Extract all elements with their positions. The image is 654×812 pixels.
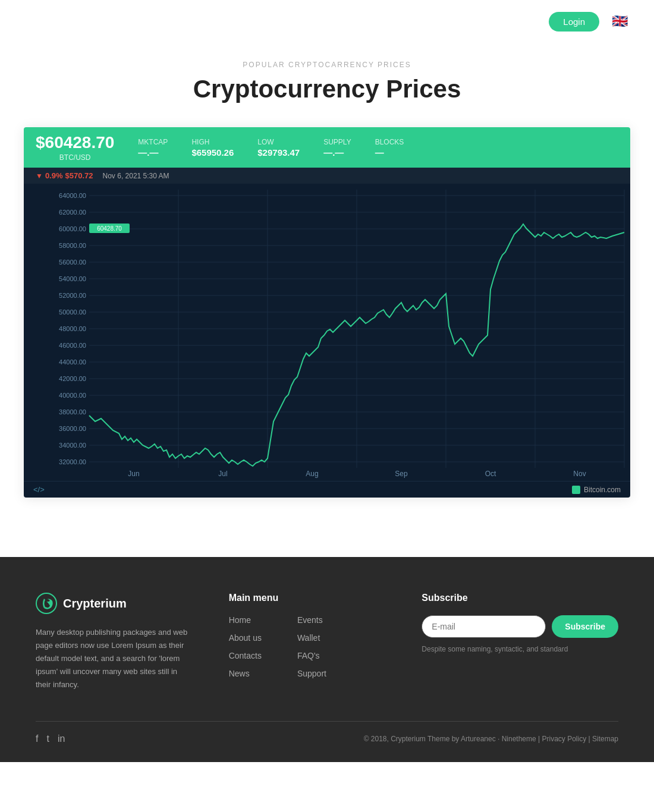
footer-top: Crypterium Many desktop publishing packa… <box>36 593 618 691</box>
chart-changebar: ▼ 0.9% $570.72 Nov 6, 2021 5:30 AM <box>24 168 630 184</box>
svg-text:Jun: Jun <box>128 470 139 478</box>
chart-brand-text: Bitcoin.com <box>584 486 621 494</box>
chart-price-value: $60428.70 <box>36 133 114 152</box>
svg-text:46000.00: 46000.00 <box>59 342 86 349</box>
footer-menu-item[interactable]: Support <box>297 669 326 678</box>
chart-widget: $60428.70 BTC/USD MktCap —.— High $65950… <box>24 127 630 498</box>
page-title: Cryptocurrency Prices <box>0 75 654 103</box>
chart-blocks: Blocks — <box>375 138 404 158</box>
facebook-icon[interactable]: f <box>36 734 38 744</box>
menu-title: Main menu <box>229 593 386 603</box>
subscribe-button[interactable]: Subscribe <box>552 615 618 638</box>
footer-menu-item[interactable]: Contacts <box>229 651 262 660</box>
footer-description: Many desktop publishing packages and web… <box>36 626 193 691</box>
footer-menu-item[interactable]: About us <box>229 633 262 643</box>
login-button[interactable]: Login <box>549 12 599 32</box>
content-spacer <box>0 509 654 557</box>
page-subtitle: POPULAR CRYPTOCARRENCY PRICES <box>0 61 654 69</box>
social-icons: f t in <box>36 734 65 744</box>
blocks-label: Blocks <box>375 138 404 146</box>
svg-text:Oct: Oct <box>485 470 496 478</box>
footer-copyright: © 2018, Crypterium Theme by Artureanec ·… <box>364 735 618 743</box>
chart-topbar: $60428.70 BTC/USD MktCap —.— High $65950… <box>24 127 630 168</box>
low-value: $29793.47 <box>257 147 300 158</box>
high-value: $65950.26 <box>191 147 234 158</box>
chart-body: 64000.00 62000.00 60000.00 58000.00 5600… <box>24 184 630 481</box>
footer-subscribe: Subscribe Subscribe Despite some naming,… <box>422 593 618 691</box>
footer-menu-item[interactable]: Events <box>297 615 326 625</box>
change-pct: 0.9% <box>45 171 63 180</box>
supply-value: —.— <box>323 147 351 158</box>
chart-mktcap: MktCap —.— <box>138 138 168 158</box>
svg-text:60000.00: 60000.00 <box>59 225 86 232</box>
subscribe-note: Despite some naming, syntactic, and stan… <box>422 645 618 653</box>
footer-logo: Crypterium <box>36 593 193 614</box>
footer-brand: Crypterium Many desktop publishing packa… <box>36 593 193 691</box>
chart-price-main: $60428.70 BTC/USD <box>36 133 114 162</box>
chart-high: High $65950.26 <box>191 138 234 158</box>
svg-text:Aug: Aug <box>306 470 318 478</box>
subscribe-title: Subscribe <box>422 593 618 603</box>
blocks-value: — <box>375 147 404 158</box>
svg-text:34000.00: 34000.00 <box>59 442 86 449</box>
svg-text:56000.00: 56000.00 <box>59 259 86 266</box>
footer-menu-item[interactable]: FAQ's <box>297 651 326 660</box>
crypterium-logo-icon <box>36 593 57 614</box>
chart-embed-icon[interactable]: </> <box>33 485 45 494</box>
linkedin-icon[interactable]: in <box>58 734 65 744</box>
change-arrow-icon: ▼ <box>36 172 43 180</box>
svg-text:42000.00: 42000.00 <box>59 375 86 382</box>
price-chart-svg: 64000.00 62000.00 60000.00 58000.00 5600… <box>24 184 630 481</box>
supply-label: Supply <box>323 138 351 146</box>
chart-pair: BTC/USD <box>36 153 114 162</box>
mktcap-value: —.— <box>138 147 168 158</box>
svg-text:60428.70: 60428.70 <box>97 225 122 232</box>
svg-text:36000.00: 36000.00 <box>59 425 86 432</box>
language-selector[interactable]: 🇬🇧 <box>609 11 630 32</box>
footer-bottom: f t in © 2018, Crypterium Theme by Artur… <box>36 721 618 744</box>
footer-menu-section: Main menu HomeAbout usContactsNews Event… <box>229 593 386 691</box>
page-title-section: POPULAR CRYPTOCARRENCY PRICES Cryptocurr… <box>0 43 654 115</box>
footer-logo-text: Crypterium <box>63 597 127 610</box>
svg-text:52000.00: 52000.00 <box>59 292 86 299</box>
mktcap-label: MktCap <box>138 138 168 146</box>
svg-text:54000.00: 54000.00 <box>59 275 86 282</box>
subscribe-row: Subscribe <box>422 615 618 638</box>
svg-text:44000.00: 44000.00 <box>59 358 86 366</box>
footer-menu-item[interactable]: News <box>229 669 262 678</box>
svg-text:62000.00: 62000.00 <box>59 209 86 216</box>
chart-supply: Supply —.— <box>323 138 351 158</box>
chart-footer: </> Bitcoin.com <box>24 481 630 498</box>
change-amount: $570.72 <box>65 171 93 180</box>
change-badge: ▼ 0.9% $570.72 <box>36 171 93 180</box>
svg-text:64000.00: 64000.00 <box>59 192 86 199</box>
chart-low: Low $29793.47 <box>257 138 300 158</box>
chart-brand: Bitcoin.com <box>572 486 621 494</box>
svg-text:Nov: Nov <box>573 470 586 478</box>
svg-text:48000.00: 48000.00 <box>59 325 86 332</box>
low-label: Low <box>257 138 300 146</box>
svg-text:Sep: Sep <box>395 470 408 478</box>
twitter-icon[interactable]: t <box>46 734 49 744</box>
footer-menu-col2: EventsWalletFAQ'sSupport <box>297 615 326 678</box>
svg-text:50000.00: 50000.00 <box>59 309 86 316</box>
svg-text:40000.00: 40000.00 <box>59 392 86 399</box>
footer: Crypterium Many desktop publishing packa… <box>0 557 654 762</box>
svg-text:Jul: Jul <box>218 470 227 478</box>
footer-menu-item[interactable]: Home <box>229 615 262 625</box>
svg-text:32000.00: 32000.00 <box>59 458 86 465</box>
svg-text:38000.00: 38000.00 <box>59 408 86 416</box>
footer-menu-col1: HomeAbout usContactsNews <box>229 615 262 678</box>
change-date: Nov 6, 2021 5:30 AM <box>103 172 169 180</box>
high-label: High <box>191 138 234 146</box>
bitcoin-icon <box>572 486 580 494</box>
email-input[interactable] <box>422 615 546 638</box>
header: Login 🇬🇧 <box>0 0 654 43</box>
footer-menu-item[interactable]: Wallet <box>297 633 326 643</box>
footer-menu-cols: HomeAbout usContactsNews EventsWalletFAQ… <box>229 615 386 678</box>
svg-point-48 <box>36 593 56 613</box>
svg-text:58000.00: 58000.00 <box>59 242 86 249</box>
